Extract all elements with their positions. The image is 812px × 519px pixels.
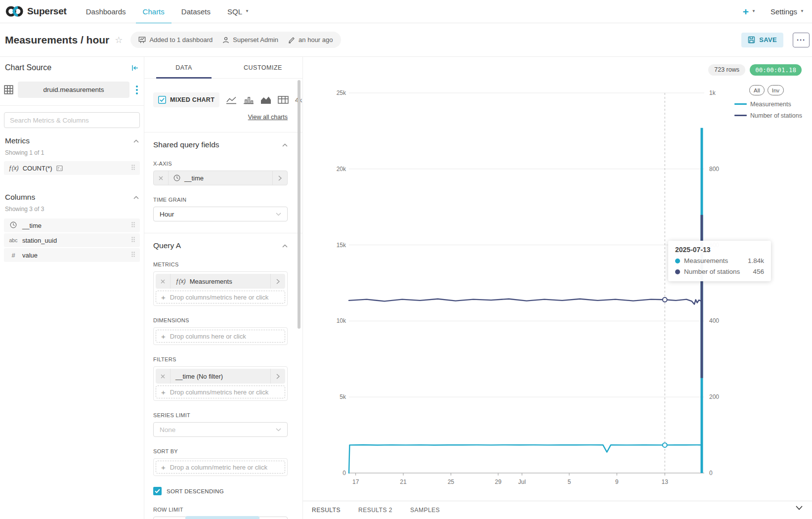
column-item-value[interactable]: # value bbox=[4, 248, 140, 262]
series-dot bbox=[675, 269, 680, 274]
nav-datasets[interactable]: Datasets bbox=[173, 0, 219, 23]
view-all-charts-link[interactable]: View all charts bbox=[153, 114, 288, 121]
nav-charts[interactable]: Charts bbox=[134, 0, 173, 23]
save-button[interactable]: SAVE bbox=[741, 33, 783, 47]
search-input[interactable] bbox=[4, 112, 140, 128]
line-chart-icon[interactable] bbox=[226, 95, 237, 104]
column-item-station-uuid[interactable]: abc station_uuid bbox=[4, 233, 140, 247]
x-axis-value[interactable]: __time bbox=[169, 171, 272, 185]
superset-logo[interactable]: Superset bbox=[5, 4, 67, 19]
plus-icon: + bbox=[161, 294, 166, 301]
plus-icon: + bbox=[161, 464, 166, 471]
chevron-down-icon: ▼ bbox=[752, 9, 756, 13]
divider bbox=[144, 233, 302, 233]
clock-icon bbox=[8, 221, 18, 229]
plus-icon: + bbox=[743, 6, 749, 17]
bar-chart-icon[interactable] bbox=[243, 95, 254, 104]
svg-text:29: 29 bbox=[495, 478, 502, 485]
dataset-row: druid.measurements bbox=[4, 82, 140, 98]
tab-results-2[interactable]: RESULTS 2 bbox=[358, 507, 392, 514]
filters-dropzone[interactable]: + Drop columns/metrics here or click bbox=[156, 386, 285, 398]
dataset-name[interactable]: druid.measurements bbox=[18, 82, 129, 98]
page-title: Measurements / hour bbox=[5, 34, 109, 46]
series-limit-select[interactable]: None bbox=[153, 422, 288, 437]
chart-tooltip: 2025-07-13 Measurements 1.84k Number of … bbox=[668, 241, 771, 281]
save-icon bbox=[748, 36, 755, 43]
metric-value[interactable]: ƒ(x) Measurements bbox=[171, 274, 270, 289]
filter-pill: __time (No filter) bbox=[156, 369, 285, 384]
svg-text:5: 5 bbox=[567, 478, 571, 485]
expand-control-icon[interactable] bbox=[270, 274, 285, 289]
expand-control-icon[interactable] bbox=[272, 171, 287, 185]
tab-data[interactable]: DATA bbox=[144, 57, 223, 78]
remove-icon[interactable] bbox=[154, 171, 169, 185]
shared-query-fields-header[interactable]: Shared query fields bbox=[153, 140, 288, 149]
nav-dashboards[interactable]: Dashboards bbox=[78, 0, 134, 23]
more-actions-button[interactable]: ··· bbox=[793, 33, 810, 47]
viz-type-row: MIXED CHART 4k bbox=[153, 92, 288, 107]
dataset-options-icon[interactable] bbox=[134, 84, 140, 96]
legend-inv-button[interactable]: Inv bbox=[768, 85, 784, 95]
expand-control-icon[interactable] bbox=[270, 369, 285, 384]
sort-by-dropzone[interactable]: + Drop a column/metric here or click bbox=[156, 461, 285, 474]
dimensions-dropzone[interactable]: + Drop columns here or click bbox=[156, 330, 285, 343]
remove-icon[interactable] bbox=[156, 274, 171, 289]
tab-results[interactable]: RESULTS bbox=[312, 507, 341, 514]
chart-source-title: Chart Source bbox=[5, 63, 51, 72]
legend-swatch bbox=[734, 115, 747, 116]
filter-value[interactable]: __time (No filter) bbox=[171, 369, 270, 384]
series-limit-label: SERIES LIMIT bbox=[153, 412, 288, 418]
legend-item-stations[interactable]: Number of stations bbox=[734, 110, 802, 121]
column-item-time[interactable]: __time bbox=[4, 218, 140, 232]
collapse-panel-icon[interactable] bbox=[131, 64, 139, 72]
legend-swatch bbox=[734, 103, 747, 105]
tooltip-row-stations: Number of stations 456 bbox=[675, 268, 764, 275]
x-axis-label: X-AXIS bbox=[153, 161, 288, 167]
sort-by-label: SORT BY bbox=[153, 448, 288, 454]
tab-samples[interactable]: SAMPLES bbox=[410, 507, 440, 514]
time-grain-label: TIME GRAIN bbox=[153, 197, 288, 203]
number-type-icon: # bbox=[8, 252, 18, 259]
svg-text:10k: 10k bbox=[337, 317, 346, 324]
nav-sql[interactable]: SQL▼ bbox=[219, 0, 257, 23]
series-dot bbox=[675, 259, 680, 263]
dashboards-meta[interactable]: Added to 1 dashboard bbox=[138, 36, 213, 43]
viz-type-selected[interactable]: MIXED CHART bbox=[153, 92, 219, 107]
metric-pill: ƒ(x) Measurements bbox=[156, 274, 285, 289]
legend-item-measurements[interactable]: Measurements bbox=[734, 98, 802, 110]
svg-text:9: 9 bbox=[615, 478, 619, 485]
svg-text:1k: 1k bbox=[709, 89, 716, 96]
metrics-section-header[interactable]: Metrics bbox=[5, 136, 139, 145]
control-panel-scroll: MIXED CHART 4k View all charts Shared qu… bbox=[144, 79, 302, 519]
new-item-menu[interactable]: + ▼ bbox=[743, 6, 756, 17]
table-icon[interactable] bbox=[278, 95, 289, 104]
drag-handle-icon[interactable] bbox=[131, 221, 135, 229]
metrics-showing-count: Showing 1 of 1 bbox=[5, 149, 139, 156]
favorite-star-icon[interactable]: ☆ bbox=[115, 36, 123, 44]
settings-menu[interactable]: Settings ▼ bbox=[770, 7, 804, 16]
metric-item-count[interactable]: ƒ(x) COUNT(*) bbox=[4, 161, 140, 175]
x-axis-control: __time bbox=[153, 171, 288, 185]
metrics-dropzone[interactable]: + Drop columns/metrics here or click bbox=[156, 291, 285, 303]
remove-icon[interactable] bbox=[156, 369, 171, 384]
query-a-header[interactable]: Query A bbox=[153, 241, 288, 250]
area-chart-icon[interactable] bbox=[260, 95, 271, 104]
time-grain-select[interactable]: Hour bbox=[153, 207, 288, 221]
columns-section-header[interactable]: Columns bbox=[5, 193, 139, 202]
legend-all-button[interactable]: All bbox=[749, 85, 765, 95]
chevron-down-icon: ▼ bbox=[245, 9, 249, 13]
chart-source-panel: Chart Source druid.measurements Metrics … bbox=[0, 57, 144, 519]
collapse-results-icon[interactable] bbox=[796, 506, 803, 510]
drag-handle-icon[interactable] bbox=[131, 236, 135, 244]
user-icon bbox=[222, 37, 229, 43]
owner-meta: Superset Admin bbox=[222, 36, 278, 43]
scrollbar-thumb[interactable] bbox=[298, 80, 300, 329]
tab-customize[interactable]: CUSTOMIZE bbox=[223, 57, 302, 78]
header-actions: SAVE ··· bbox=[741, 33, 810, 47]
metric-detail-icon bbox=[56, 165, 63, 172]
navbar-right: + ▼ Settings ▼ bbox=[743, 6, 804, 17]
drag-handle-icon[interactable] bbox=[131, 164, 135, 172]
sort-descending-checkbox[interactable] bbox=[153, 487, 162, 495]
columns-showing-count: Showing 3 of 3 bbox=[5, 206, 139, 213]
drag-handle-icon[interactable] bbox=[131, 251, 135, 259]
